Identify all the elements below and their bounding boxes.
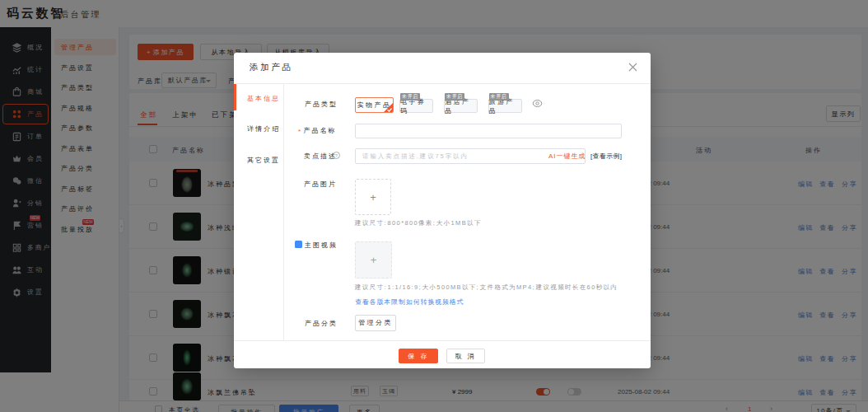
svg-text:?: ? (335, 153, 338, 158)
